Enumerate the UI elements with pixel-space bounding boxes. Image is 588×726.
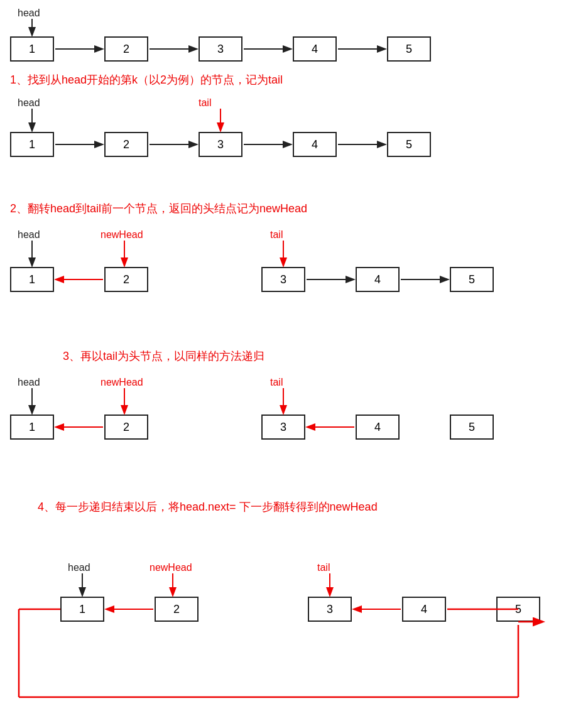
s2-head-label: head: [18, 229, 40, 241]
s2-tail-label: tail: [270, 229, 283, 241]
s1-head-label: head: [18, 97, 40, 109]
s5-node-3: 3: [308, 597, 352, 622]
s5-tail-label: tail: [317, 562, 330, 573]
s3-node-4: 4: [356, 414, 400, 440]
s1-node-3: 3: [199, 132, 242, 157]
s2-node-1: 1: [10, 267, 54, 292]
s2-node-2: 2: [104, 267, 148, 292]
s2-newhead-label: newHead: [101, 229, 143, 241]
s2-node-5: 5: [450, 267, 494, 292]
s5-head-label: head: [68, 562, 90, 573]
s1-node-4: 4: [293, 132, 337, 157]
s0-node-3: 3: [199, 36, 242, 62]
s2-node-3: 3: [261, 267, 305, 292]
s1-label: 1、找到从head开始的第k（以2为例）的节点，记为tail: [10, 72, 283, 87]
s5-arrows: [0, 528, 588, 722]
s2-node-4: 4: [356, 267, 400, 292]
s0-head-label: head: [18, 8, 40, 19]
s5-node-5: 5: [496, 597, 540, 622]
s5-node-2: 2: [155, 597, 199, 622]
s3-newhead-label: newHead: [101, 377, 143, 388]
s3-node-2: 2: [104, 414, 148, 440]
s4-label: 4、每一步递归结束以后，将head.next= 下一步翻转得到的newHead: [38, 499, 378, 514]
s0-node-1: 1: [10, 36, 54, 62]
s2-label: 2、翻转head到tail前一个节点，返回的头结点记为newHead: [10, 201, 307, 216]
s1-node-1: 1: [10, 132, 54, 157]
s5-newhead-label: newHead: [150, 562, 192, 573]
s3-node-1: 1: [10, 414, 54, 440]
s5-node-1: 1: [60, 597, 104, 622]
s0-node-2: 2: [104, 36, 148, 62]
s3-tail-label: tail: [270, 377, 283, 388]
s3-label: 3、再以tail为头节点，以同样的方法递归: [63, 349, 264, 364]
s3-head-label: head: [18, 377, 40, 388]
s5-node-4: 4: [402, 597, 446, 622]
s1-tail-label: tail: [199, 97, 211, 109]
s3-node-3: 3: [261, 414, 305, 440]
s3-node-5: 5: [450, 414, 494, 440]
s0-node-4: 4: [293, 36, 337, 62]
s1-node-5: 5: [387, 132, 431, 157]
s0-node-5: 5: [387, 36, 431, 62]
s1-node-2: 2: [104, 132, 148, 157]
